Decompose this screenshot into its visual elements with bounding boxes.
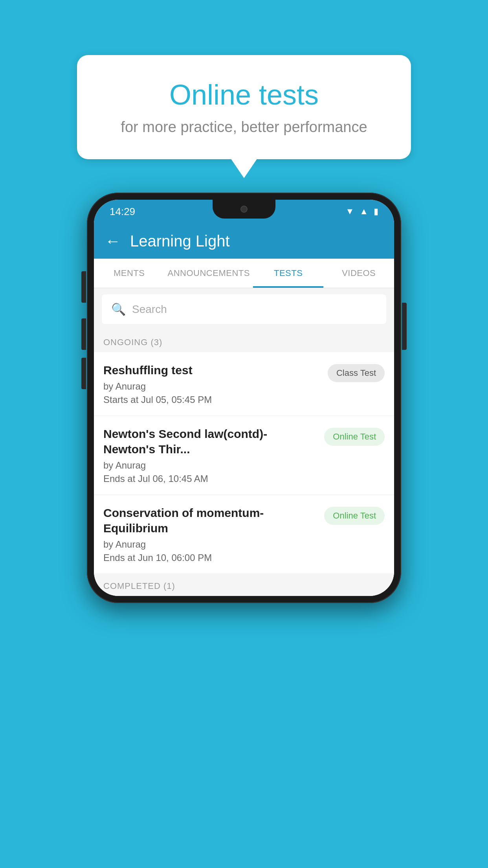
speech-bubble: Online tests for more practice, better p… bbox=[77, 55, 411, 159]
test-info: Reshuffling test by Anurag Starts at Jul… bbox=[103, 362, 321, 405]
test-item[interactable]: Conservation of momentum-Equilibrium by … bbox=[94, 495, 394, 574]
back-button[interactable]: ← bbox=[105, 233, 121, 249]
phone-wrapper: 14:29 ▼ ▲ ▮ ← Learning Light MENTS ANNOU… bbox=[87, 193, 401, 603]
tabs-container: MENTS ANNOUNCEMENTS TESTS VIDEOS bbox=[94, 259, 394, 288]
app-header: ← Learning Light bbox=[94, 223, 394, 259]
camera-icon bbox=[240, 206, 248, 213]
test-info: Conservation of momentum-Equilibrium by … bbox=[103, 505, 318, 563]
test-badge-online: Online Test bbox=[324, 428, 385, 446]
search-icon: 🔍 bbox=[111, 302, 126, 316]
app-title: Learning Light bbox=[130, 232, 230, 250]
test-badge-online: Online Test bbox=[324, 507, 385, 525]
tab-ments[interactable]: MENTS bbox=[94, 259, 165, 288]
phone-notch bbox=[213, 200, 275, 219]
search-bar[interactable]: 🔍 Search bbox=[102, 294, 386, 324]
bubble-title: Online tests bbox=[108, 79, 380, 111]
test-badge-class: Class Test bbox=[328, 364, 385, 382]
test-title: Newton's Second law(contd)-Newton's Thir… bbox=[103, 426, 318, 457]
test-date: Ends at Jun 10, 06:00 PM bbox=[103, 552, 318, 563]
speech-bubble-container: Online tests for more practice, better p… bbox=[77, 55, 411, 159]
test-item[interactable]: Newton's Second law(contd)-Newton's Thir… bbox=[94, 416, 394, 495]
bubble-subtitle: for more practice, better performance bbox=[108, 119, 380, 136]
ongoing-section-header: ONGOING (3) bbox=[94, 330, 394, 352]
search-container: 🔍 Search bbox=[94, 288, 394, 330]
test-author: by Anurag bbox=[103, 460, 318, 471]
tab-videos[interactable]: VIDEOS bbox=[323, 259, 394, 288]
test-date: Starts at Jul 05, 05:45 PM bbox=[103, 394, 321, 405]
battery-icon: ▮ bbox=[374, 206, 378, 217]
test-title: Conservation of momentum-Equilibrium bbox=[103, 505, 318, 536]
test-title: Reshuffling test bbox=[103, 362, 321, 378]
search-placeholder: Search bbox=[132, 303, 167, 316]
tab-tests[interactable]: TESTS bbox=[253, 259, 324, 288]
test-info: Newton's Second law(contd)-Newton's Thir… bbox=[103, 426, 318, 484]
phone-screen: 14:29 ▼ ▲ ▮ ← Learning Light MENTS ANNOU… bbox=[94, 200, 394, 596]
signal-icon: ▲ bbox=[360, 206, 368, 217]
status-icons: ▼ ▲ ▮ bbox=[345, 206, 378, 217]
test-author: by Anurag bbox=[103, 381, 321, 392]
test-date: Ends at Jul 06, 10:45 AM bbox=[103, 473, 318, 484]
test-item[interactable]: Reshuffling test by Anurag Starts at Jul… bbox=[94, 352, 394, 416]
status-time: 14:29 bbox=[110, 206, 135, 218]
tab-announcements[interactable]: ANNOUNCEMENTS bbox=[165, 259, 253, 288]
test-author: by Anurag bbox=[103, 539, 318, 550]
phone-outer: 14:29 ▼ ▲ ▮ ← Learning Light MENTS ANNOU… bbox=[87, 193, 401, 603]
wifi-icon: ▼ bbox=[345, 206, 354, 217]
completed-section-header: COMPLETED (1) bbox=[94, 574, 394, 596]
